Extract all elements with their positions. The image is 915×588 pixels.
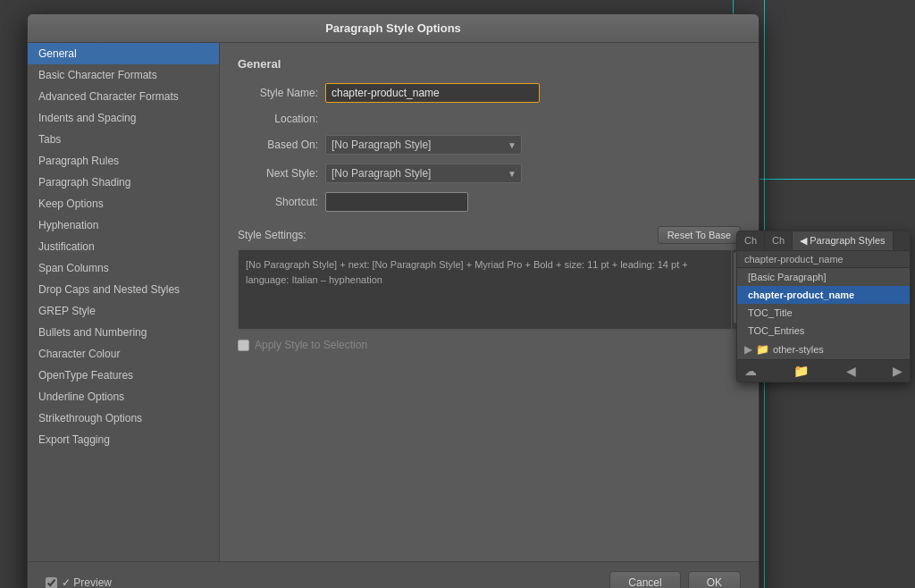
based-on-dropdown-wrapper: [No Paragraph Style] ▼ <box>325 135 522 155</box>
paragraph-styles-panel: Ch Ch ◀ Paragraph Styles chapter-product… <box>736 231 911 382</box>
sidebar-item-indents[interactable]: Indents and Spacing <box>28 107 219 129</box>
sidebar-item-keep-options[interactable]: Keep Options <box>28 193 219 214</box>
style-name-row: Style Name: <box>238 83 741 103</box>
dialog-footer: ✓ Preview Cancel OK <box>28 561 759 588</box>
preview-checkmark: ✓ <box>62 576 73 588</box>
based-on-label: Based On: <box>238 139 318 151</box>
preview-label: ✓ Preview <box>62 576 112 588</box>
dialog-title: Paragraph Style Options <box>325 21 461 35</box>
sidebar: General Basic Character Formats Advanced… <box>28 43 220 561</box>
sidebar-item-export-tagging[interactable]: Export Tagging <box>28 429 219 450</box>
panel-tab-arrow-icon: ◀ <box>800 235 810 246</box>
dialog-body: General Basic Character Formats Advanced… <box>28 43 759 561</box>
panel-folder-other-styles[interactable]: ▶ 📁 other-styles <box>737 340 910 359</box>
arrow-right-icon[interactable]: ▶ <box>893 364 902 378</box>
expand-arrow-icon: ▶ <box>744 343 752 356</box>
sidebar-item-span-columns[interactable]: Span Columns <box>28 257 219 279</box>
sidebar-item-grep-style[interactable]: GREP Style <box>28 300 219 322</box>
panel-list-item-chapter-product[interactable]: chapter-product_name <box>737 286 910 304</box>
paragraph-style-options-dialog: Paragraph Style Options General Basic Ch… <box>27 13 760 588</box>
next-style-label: Next Style: <box>238 167 318 180</box>
sidebar-item-advanced-char[interactable]: Advanced Character Formats <box>28 86 219 107</box>
panel-tabs: Ch Ch ◀ Paragraph Styles <box>737 231 910 251</box>
style-settings-header: Style Settings: Reset To Base <box>238 226 741 244</box>
preview-check-row: ✓ Preview <box>46 576 112 588</box>
style-settings-text: [No Paragraph Style] + next: [No Paragra… <box>246 259 688 285</box>
preview-checkbox[interactable] <box>46 577 57 589</box>
sidebar-item-hyphenation[interactable]: Hyphenation <box>28 214 219 236</box>
panel-header: chapter-product_name <box>737 251 910 268</box>
folder-icon: 📁 <box>756 343 769 356</box>
sidebar-item-drop-caps[interactable]: Drop Caps and Nested Styles <box>28 279 219 300</box>
shortcut-label: Shortcut: <box>238 196 318 208</box>
reset-to-base-button[interactable]: Reset To Base <box>658 226 741 244</box>
sidebar-item-underline[interactable]: Underline Options <box>28 386 219 407</box>
dialog-titlebar: Paragraph Style Options <box>28 14 759 43</box>
sidebar-item-justification[interactable]: Justification <box>28 236 219 257</box>
footer-buttons: Cancel OK <box>609 571 741 588</box>
panel-list-item-toc-entries[interactable]: TOC_Entries <box>737 322 910 340</box>
folder-icon-btn[interactable]: 📁 <box>793 364 809 378</box>
sidebar-item-para-shading[interactable]: Paragraph Shading <box>28 172 219 193</box>
style-settings-label: Style Settings: <box>238 229 306 241</box>
panel-tab-ch1[interactable]: Ch <box>737 231 765 250</box>
location-input[interactable] <box>325 112 540 126</box>
guide-line-h1 <box>733 179 915 180</box>
sidebar-item-general[interactable]: General <box>28 43 219 64</box>
next-style-select[interactable]: [No Paragraph Style] <box>325 164 522 183</box>
arrow-left-icon[interactable]: ◀ <box>846 364 856 378</box>
sidebar-item-opentype[interactable]: OpenType Features <box>28 365 219 386</box>
sidebar-item-tabs[interactable]: Tabs <box>28 129 219 150</box>
style-settings-box: [No Paragraph Style] + next: [No Paragra… <box>238 249 741 330</box>
panel-list: [Basic Paragraph] chapter-product_name T… <box>737 268 910 359</box>
panel-list-item-toc-title[interactable]: TOC_Title <box>737 304 910 322</box>
apply-checkbox-row: Apply Style to Selection <box>238 339 741 351</box>
sidebar-item-basic-char[interactable]: Basic Character Formats <box>28 64 219 86</box>
cancel-button[interactable]: Cancel <box>609 571 680 588</box>
main-content: General Style Name: Location: Based On: … <box>220 43 759 561</box>
next-style-row: Next Style: [No Paragraph Style] ▼ <box>238 164 741 183</box>
next-style-dropdown-wrapper: [No Paragraph Style] ▼ <box>325 164 522 183</box>
location-row: Location: <box>238 112 741 126</box>
sidebar-item-strikethrough[interactable]: Strikethrough Options <box>28 407 219 429</box>
style-name-input[interactable] <box>325 83 540 103</box>
sidebar-item-bullets[interactable]: Bullets and Numbering <box>28 322 219 343</box>
sidebar-item-char-colour[interactable]: Character Colour <box>28 343 219 365</box>
sidebar-item-para-rules[interactable]: Paragraph Rules <box>28 150 219 172</box>
panel-footer: ☁ 📁 ◀ ▶ <box>737 359 910 382</box>
cloud-icon[interactable]: ☁ <box>744 364 757 378</box>
ok-button[interactable]: OK <box>688 571 741 588</box>
shortcut-input[interactable] <box>325 192 468 212</box>
general-section-title: General <box>238 57 741 71</box>
location-label: Location: <box>238 113 318 125</box>
based-on-row: Based On: [No Paragraph Style] ▼ <box>238 135 741 155</box>
apply-style-label: Apply Style to Selection <box>255 339 367 351</box>
based-on-select[interactable]: [No Paragraph Style] <box>325 135 522 155</box>
panel-tab-paragraph-styles[interactable]: ◀ Paragraph Styles <box>793 231 893 250</box>
style-name-label: Style Name: <box>238 87 318 99</box>
apply-style-checkbox[interactable] <box>238 340 249 351</box>
panel-tab-ch2[interactable]: Ch <box>765 231 793 250</box>
panel-list-item-basic-paragraph[interactable]: [Basic Paragraph] <box>737 268 910 286</box>
shortcut-row: Shortcut: <box>238 192 741 212</box>
